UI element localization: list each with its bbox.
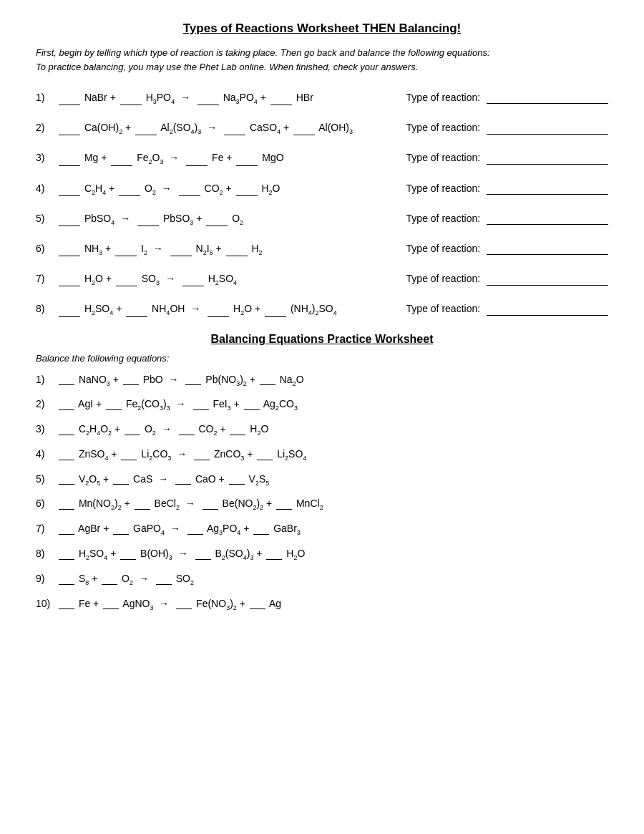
- equation-row-5: 5) PbSO4 → PbSO3 + O2 Type of reaction:: [36, 210, 608, 228]
- balance-row-6: 6) Mn(NO2)2 + BeCl2 → Be(NO2)2 + MnCl2: [36, 498, 608, 511]
- balance-row-7: 7) AgBr + GaPO4 → Ag3PO4 + GaBr3: [36, 523, 608, 536]
- balance-row-9: 9) S8 + O2 → SO2: [36, 573, 608, 586]
- blank: [137, 226, 159, 226]
- blank: [59, 226, 80, 226]
- blank: [119, 195, 140, 196]
- equation-row-8: 8) H2SO4 + NH4OH → H2O + (NH4)2SO4 Type …: [36, 301, 608, 318]
- blank: [197, 105, 219, 105]
- equation-row-3: 3) Mg + Fe2O3 → Fe + MgO Type of reactio…: [36, 150, 608, 167]
- blank: [59, 256, 80, 256]
- balance-row-1: 1) NaNO3 + PbO → Pb(NO3)2 + Na2O: [36, 374, 608, 387]
- blank: [236, 195, 258, 196]
- page-title: Types of Reactions Worksheet THEN Balanc…: [36, 21, 608, 36]
- instructions: First, begin by telling which type of re…: [36, 46, 608, 74]
- balance-row-5: 5) V2O5 + CaS → CaO + V2S5: [36, 473, 608, 487]
- blank: [120, 105, 142, 105]
- blank: [236, 165, 258, 166]
- blank: [206, 226, 228, 226]
- balance-row-3: 3) C2H4O2 + O2 → CO2 + H2O: [36, 423, 608, 437]
- equation-row-4: 4) C2H4 + O2 → CO2 + H2O Type of reactio…: [36, 180, 608, 198]
- blank: [179, 195, 200, 196]
- blank: [135, 135, 157, 135]
- blank: [270, 105, 292, 105]
- blank: [186, 165, 208, 166]
- blank: [59, 165, 80, 166]
- blank: [126, 316, 147, 317]
- blank: [59, 316, 80, 317]
- blank: [226, 256, 248, 256]
- equation-row-6: 6) NH3 + I2 → N2I6 + H2 Type of reaction…: [36, 241, 608, 258]
- balancing-section: Balancing Equations Practice Worksheet B…: [36, 333, 608, 611]
- blank: [111, 165, 132, 166]
- blank: [59, 105, 80, 105]
- blank: [293, 135, 315, 135]
- blank: [224, 135, 245, 135]
- blank: [59, 195, 80, 196]
- blank: [59, 286, 80, 286]
- balance-row-2: 2) AgI + Fe2(CO3)3 → FeI3 + Ag2CO3: [36, 398, 608, 412]
- blank: [59, 135, 80, 135]
- equation-row-7: 7) H2O + SO3 → H2SO4 Type of reaction:: [36, 271, 608, 288]
- equation-row-2: 2) Ca(OH)2 + Al2(SO4)3 → CaSO4 + Al(OH)3…: [36, 120, 608, 137]
- section2-title: Balancing Equations Practice Worksheet: [36, 333, 608, 346]
- blank: [116, 286, 137, 286]
- equation-row-1: 1) NaBr + H3PO4 → Na3PO4 + HBr Type of r…: [36, 89, 608, 107]
- balance-instructions: Balance the following equations:: [36, 353, 608, 364]
- balance-row-8: 8) H2SO4 + B(OH)3 → B2(SO4)3 + H2O: [36, 548, 608, 561]
- blank: [182, 286, 204, 286]
- balance-row-4: 4) ZnSO4 + Li2CO3 → ZnCO3 + Li2SO4: [36, 448, 608, 462]
- blank: [115, 256, 137, 256]
- balance-row-10: 10) Fe + AgNO3 → Fe(NO3)2 + Ag: [36, 598, 608, 611]
- blank: [170, 256, 192, 256]
- reactions-section: 1) NaBr + H3PO4 → Na3PO4 + HBr Type of r…: [36, 89, 608, 319]
- blank: [265, 316, 286, 317]
- blank: [208, 316, 229, 317]
